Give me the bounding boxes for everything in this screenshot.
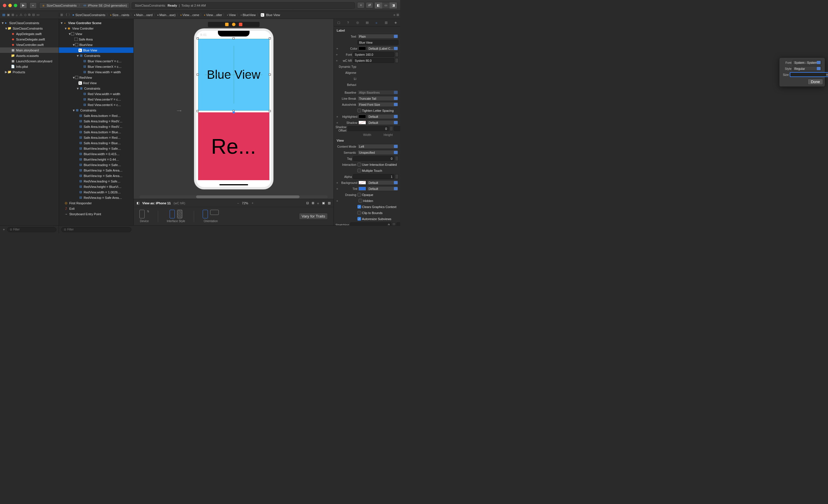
file-item-selected[interactable]: ▦Main.storyboard (0, 47, 59, 53)
text-type-popup[interactable]: Plain (357, 34, 399, 39)
file-item[interactable]: ◆AppDelegate.swift (0, 31, 59, 37)
run-button[interactable]: ▶ (19, 2, 27, 9)
back-icon[interactable]: 〈 (64, 13, 67, 17)
panel-visibility[interactable]: ◧ ▭ ◨ (374, 2, 397, 9)
add-icon[interactable]: ＋ (2, 227, 5, 232)
interface-style-picker[interactable]: Interface Style (167, 210, 185, 223)
toggle-inspector-icon[interactable]: ◨ (389, 2, 397, 9)
tag-field[interactable] (353, 156, 394, 161)
file-item[interactable]: ◆SceneDelegate.swift (0, 37, 59, 42)
file-item[interactable]: 📄Info.plist (0, 64, 59, 69)
entry-arrow-icon: ⟶ (177, 109, 181, 112)
uie-checkbox[interactable] (357, 163, 361, 166)
clip-checkbox[interactable] (357, 211, 361, 215)
breadcrumb[interactable]: ▸SizeClassConstraints〉 ▪Size…raints〉 ▪Ma… (73, 13, 280, 17)
opaque-checkbox[interactable] (357, 193, 361, 196)
vary-for-traits-button[interactable]: Vary for Traits (299, 213, 328, 220)
multitouch-checkbox[interactable] (357, 169, 361, 172)
zoom-level[interactable]: 72% (242, 201, 248, 205)
canvas-scrollbar[interactable] (139, 195, 328, 198)
shadow-height-field[interactable] (394, 126, 400, 131)
filter-bar: ＋ ⊙Filter ⊙Filter (0, 225, 400, 233)
file-item[interactable]: ▦LaunchScreen.storyboard (0, 58, 59, 64)
blue-view[interactable]: Blue View (198, 39, 270, 110)
toggle-outline-icon[interactable]: ◧ (136, 201, 139, 205)
project-root[interactable]: ▼▸SizeClassConstraints (0, 20, 59, 26)
titlebar: ▶ ▪ ⨳ SizeClassConstraints 〉 ▭ iPhone SE… (0, 0, 400, 11)
window-controls (3, 4, 17, 7)
embed-icon[interactable]: ▣ (322, 201, 325, 205)
resolve-icon[interactable]: ⟐ (317, 201, 319, 205)
text-content-field[interactable] (357, 40, 399, 45)
autoresize-checkbox[interactable]: ✓ (357, 217, 361, 221)
zoom-out-icon[interactable]: − (237, 201, 239, 205)
background-popup[interactable]: Default (367, 180, 399, 185)
contentmode-popup[interactable]: Left (357, 144, 399, 149)
linebreak-popup[interactable]: Truncate Tail (357, 96, 399, 101)
stop-button[interactable]: ▪ (29, 2, 37, 9)
related-items-icon[interactable]: ⊞ (60, 13, 63, 17)
file-item[interactable]: 📁Assets.xcassets (0, 53, 59, 58)
device-picker[interactable]: ⇅ Device (139, 210, 149, 223)
inspector-tabs[interactable]: ▢?◎▤⟐▥◈ (334, 19, 400, 27)
zoom-in-icon[interactable]: ＋ (251, 201, 254, 205)
stack-icon[interactable]: ▥ (328, 201, 331, 205)
shadow-popup[interactable]: Default (367, 120, 399, 125)
navigator-tabs[interactable]: ▤▣⊞⌕⚠◇⧉⊟▭ (0, 13, 59, 17)
toggle-navigator-icon[interactable]: ◧ (375, 2, 382, 9)
status-time: 9:41 (200, 33, 207, 37)
attributes-inspector-icon: ⟐ (374, 20, 379, 25)
scheme-selector[interactable]: ⨳ SizeClassConstraints 〉 ▭ iPhone SE (2n… (39, 2, 129, 9)
orientation-picker[interactable]: Orientation (203, 210, 219, 223)
label-section: Label (334, 28, 400, 33)
highlighted-popup[interactable]: Default (367, 114, 399, 119)
code-review-button[interactable]: ⇄ (366, 2, 373, 8)
toggle-debug-icon[interactable]: ▭ (382, 2, 389, 9)
zoom-window[interactable] (14, 4, 17, 7)
navigator-filter[interactable]: ⊙Filter (7, 227, 56, 232)
alpha-field[interactable] (353, 174, 394, 179)
adjust-editor-icon[interactable]: ≡ (394, 13, 395, 17)
scene-dock[interactable] (208, 22, 260, 27)
close-window[interactable] (3, 4, 6, 7)
autoshrink-popup[interactable]: Fixed Font Size (357, 102, 399, 107)
baseline-popup[interactable]: Align Baselines (357, 90, 399, 95)
library-button[interactable]: ＋ (357, 2, 365, 8)
interface-builder-canvas[interactable]: ⟶ 9:41 Blue View (134, 19, 333, 225)
project-navigator: ▼▸SizeClassConstraints ▼📁SizeClassConstr… (0, 19, 59, 225)
view-section: View (334, 138, 400, 143)
document-outline: ▼▪View Controller Scene ▼◉View Controlle… (59, 19, 134, 225)
font-picker-icon[interactable] (395, 52, 399, 57)
font-variation-field[interactable] (353, 58, 394, 63)
red-view[interactable]: Re... (198, 112, 270, 180)
cgc-checkbox[interactable]: ✓ (357, 205, 361, 209)
outline-selected[interactable]: LBlue View (59, 47, 133, 53)
device-frame: 9:41 Blue View Re... (194, 29, 274, 189)
add-editor-icon[interactable]: ⊞ (397, 13, 399, 17)
minimize-window[interactable] (8, 4, 12, 7)
forward-icon[interactable]: 〉 (69, 13, 72, 17)
tint-popup[interactable]: Default (367, 186, 399, 191)
shadow-width-field[interactable] (347, 126, 389, 131)
color-popup[interactable]: Default (Label C… (367, 46, 399, 51)
font-field[interactable] (353, 52, 394, 57)
group-folder[interactable]: ▶📁Products (0, 69, 59, 75)
group-folder[interactable]: ▼📁SizeClassConstraints (0, 26, 59, 31)
canvas-footer: ◧ View as: iPhone 11 (wC hR) − 72% ＋ ⊡ ⊞… (134, 199, 333, 225)
hidden-checkbox[interactable] (359, 199, 362, 202)
file-item[interactable]: ◆ViewController.swift (0, 42, 59, 47)
pin-icon[interactable]: ⊞ (312, 201, 314, 205)
align-icon[interactable]: ⊡ (306, 201, 309, 205)
semantic-popup[interactable]: Unspecified (357, 150, 399, 155)
outline-filter[interactable]: ⊙Filter (61, 227, 131, 232)
inspector-panel: ▢?◎▤⟐▥◈ Label TextPlain +ColorDefault (L… (333, 19, 400, 225)
editor-toolbar: ▤▣⊞⌕⚠◇⧉⊟▭ ⊞ 〈 〉 ▸SizeClassConstraints〉 ▪… (0, 11, 400, 19)
tighten-checkbox[interactable] (357, 108, 361, 112)
activity-status: SizeClassConstraints: Ready | Today at 2… (132, 2, 355, 9)
